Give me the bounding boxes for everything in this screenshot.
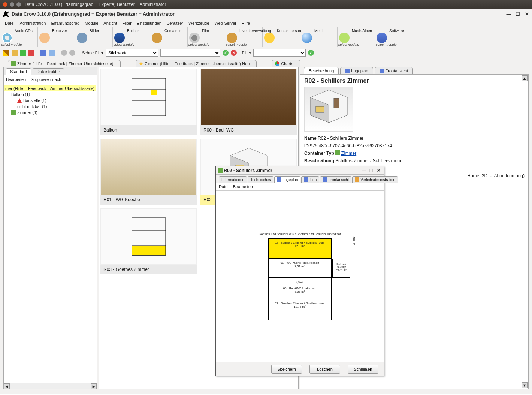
svg-rect-9 (132, 246, 166, 255)
tree-root[interactable]: mer (Hilfe -- Feedback | Zimmer-Übersich… (4, 85, 96, 91)
quickfilter-clear-button[interactable]: ✕ (231, 50, 237, 56)
scroll-down-button[interactable]: ▼ (522, 382, 528, 388)
image-icon (277, 177, 281, 182)
menu-einstellungen[interactable]: Einstellungen (134, 20, 164, 26)
dlg-tab-informationen[interactable]: Informationen (219, 176, 247, 183)
dlg-tab-verleih[interactable]: Verleihadministration (352, 176, 398, 183)
compass-icon: ⇧N (351, 235, 356, 246)
card-r00[interactable]: R00 - Bad+WC (200, 69, 297, 135)
tab-zimmer-neu[interactable]: Zimmer (Hilfe -- Feedback | Zimmer-Übers… (136, 60, 257, 67)
menu-webserver[interactable]: Web-Server (212, 20, 238, 26)
fp-hall: 4,5 m² (268, 278, 332, 284)
save-icon[interactable] (40, 50, 46, 56)
delete-button[interactable]: Löschen (309, 365, 340, 374)
menu-module[interactable]: Module (82, 20, 100, 26)
scroll-up-button[interactable]: ▲ (522, 75, 528, 81)
delete-icon[interactable] (28, 50, 34, 56)
house-icon (218, 168, 223, 173)
tree-item-balkon[interactable]: Balkon (1) (4, 91, 96, 97)
copy-icon[interactable] (49, 50, 55, 56)
open-icon[interactable] (12, 50, 18, 56)
module-kontaktperson[interactable]: Kontaktperson (263, 27, 300, 47)
inventory-icon (227, 33, 237, 43)
module-musik-alben[interactable]: Musik Albenselect module (338, 27, 375, 47)
maximize-button[interactable]: ☐ (515, 12, 520, 17)
tree-item-nicht-nutzbar[interactable]: nicht nutzbar (1) (4, 103, 96, 109)
container-type-link[interactable]: Zimmer (341, 151, 356, 156)
card-balkon[interactable]: Balkon (100, 69, 197, 135)
filter-apply-button[interactable]: ✓ (308, 50, 314, 56)
module-buecher[interactable]: Bücherselect module (113, 27, 150, 47)
zoom-in-icon[interactable] (61, 50, 67, 56)
main-tabs: Zimmer (Hilfe -- Feedback | Zimmer-Übers… (8, 60, 532, 67)
left-tab-standard[interactable]: Standard (6, 68, 31, 75)
dialog-minimize-button[interactable]: — (361, 168, 366, 173)
module-inventar[interactable]: Inventarverwaltungselect module (225, 27, 263, 47)
module-audio-cds[interactable]: Audio CDsselect module (0, 27, 38, 47)
action-gruppieren[interactable]: Gruppieren nach (30, 77, 61, 82)
menu-benutzer[interactable]: Benutzer (164, 20, 185, 26)
quickfilter-apply-button[interactable]: ✓ (223, 50, 229, 56)
app-logo-icon (3, 11, 9, 18)
tree-item-zimmer[interactable]: Zimmer (4) (4, 109, 96, 115)
tab-zimmer[interactable]: Zimmer (Hilfe -- Feedback | Zimmer-Übers… (8, 60, 121, 67)
dlg-tab-lageplan[interactable]: Lageplan (274, 176, 300, 183)
filter-select[interactable] (253, 49, 306, 57)
dlg-tab-frontansicht[interactable]: Frontansicht (320, 176, 351, 183)
menu-datei[interactable]: Datei (3, 20, 17, 26)
smiley-icon (264, 33, 275, 43)
fp-room-00: 00 - Bad+WC / bathroom6,06 m² (268, 284, 332, 299)
module-container[interactable]: Container (150, 27, 188, 47)
dialog-close-button[interactable]: ✕ (376, 168, 381, 173)
menu-werkzeuge[interactable]: Werkzeuge (186, 20, 211, 26)
wizard-icon[interactable] (3, 50, 9, 56)
dialog-body: ⇧N Goethes und Schillers WG / Goethes an… (216, 190, 384, 362)
dialog-maximize-button[interactable]: ☐ (369, 168, 374, 173)
module-media[interactable]: Media (300, 27, 338, 47)
dlg-menu-datei[interactable]: Datei (219, 184, 229, 189)
save-button[interactable]: Speichern (271, 365, 302, 374)
house-icon (11, 110, 16, 115)
tab-charts[interactable]: Charts (272, 60, 300, 67)
os-maximize-button[interactable] (16, 2, 21, 7)
zoom-out-icon[interactable] (69, 50, 75, 56)
module-software[interactable]: Softwareselect module (375, 27, 412, 47)
action-bearbeiten[interactable]: Bearbeiten (6, 77, 26, 82)
card-r03[interactable]: R03 - Goethes Zimmer (100, 208, 197, 274)
quickfilter-label: Schnellfilter (82, 51, 103, 55)
menu-ansicht[interactable]: Ansicht (101, 20, 119, 26)
fp-room-01: 01 - WG Küche / coll. kitchen7,31 m² (268, 259, 332, 278)
menu-hilfe[interactable]: Hilfe (239, 20, 252, 26)
left-panel: Standard Dateistruktur Bearbeiten Gruppi… (3, 67, 97, 389)
detail-3d-preview (304, 87, 353, 132)
module-film[interactable]: Filmselect module (188, 27, 225, 47)
close-dialog-button[interactable]: Schließen (348, 365, 378, 374)
card-r01[interactable]: R01 - WG-Kueche (100, 139, 197, 205)
tree-scrollbar[interactable]: ◄► (4, 383, 97, 389)
detail-tab-frontansicht[interactable]: Frontansicht (375, 67, 413, 74)
menu-erfahrungsgrad[interactable]: Erfahrungsgrad (49, 20, 82, 26)
dlg-tab-technisches[interactable]: Technisches (248, 176, 273, 183)
dlg-tab-icon[interactable]: Icon (301, 176, 319, 183)
close-button[interactable]: ✕ (524, 12, 529, 17)
edit-dialog: R02 - Schillers Zimmer — ☐ ✕ Information… (215, 166, 384, 376)
menu-administration[interactable]: Administration (18, 20, 48, 26)
minimize-button[interactable]: — (506, 12, 511, 17)
add-icon[interactable] (20, 50, 26, 56)
detail-tab-beschreibung[interactable]: Beschreibung (304, 67, 339, 74)
svg-rect-12 (316, 106, 324, 112)
fp-room-03: 03 - Goethes Zimmer / Goethes room12,76 … (268, 299, 332, 320)
os-close-button[interactable] (3, 2, 7, 7)
detail-tab-lageplan[interactable]: Lageplan (340, 67, 373, 74)
left-tab-dateistruktur[interactable]: Dateistruktur (33, 68, 64, 75)
quickfilter-value-select[interactable] (160, 49, 220, 57)
os-minimize-button[interactable] (10, 2, 14, 7)
tree-item-baustelle[interactable]: Baustelle (1) (4, 97, 96, 103)
quickfilter-field-select[interactable]: Stichworte (106, 49, 158, 57)
module-benutzer[interactable]: Benutzer (38, 27, 75, 47)
svg-rect-13 (334, 98, 339, 108)
module-bilder[interactable]: Bilder (75, 27, 113, 47)
menu-filter[interactable]: Filter (120, 20, 133, 26)
toolbar: Schnellfilter Stichworte ✓ ✕ Filter ✓ (0, 47, 532, 58)
dlg-menu-bearbeiten[interactable]: Bearbeiten (233, 184, 253, 189)
